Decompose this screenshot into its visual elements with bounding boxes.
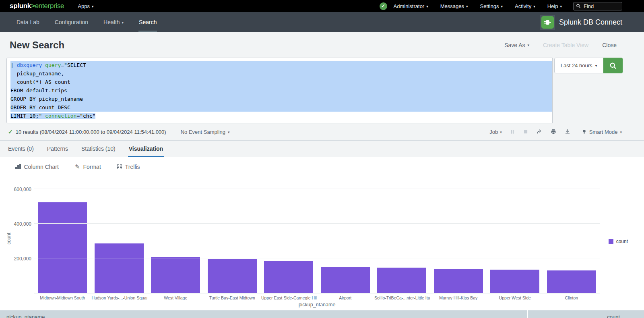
app-title-area[interactable]: Splunk DB Connect [540,12,622,32]
category-label: Upper West Side [487,295,543,300]
pause-job-button [510,129,515,135]
bar-slot [260,189,317,293]
topbar-menu-settings[interactable]: Settings▾ [480,3,503,9]
event-sampling-menu[interactable]: No Event Sampling ▾ [181,129,230,135]
chart-type-label: Column Chart [24,164,59,170]
category-label: Hudson Yards-...-Union Square [91,295,148,300]
tab-events-0[interactable]: Events (0) [8,141,34,157]
bar-hudson-yards-union-square[interactable] [95,243,144,293]
caret-down-icon: ▾ [500,131,502,134]
bar-slot [91,189,148,293]
table-header-count[interactable]: count [528,310,644,318]
legend-label: count [616,239,628,244]
topbar-menu-label: Activity [515,3,531,9]
topbar-menu-administrator[interactable]: Administrator▾ [394,3,428,9]
pause-icon [510,129,515,135]
bar-slot [543,189,600,293]
bar-murray-hill-kips-bay[interactable] [434,269,483,293]
stop-job-button [523,129,528,135]
event-sampling-label: No Event Sampling [181,129,225,135]
topbar-menu-help[interactable]: Help▾ [547,3,562,9]
caret-down-icon: ▾ [620,131,622,134]
appnav-item-data-lab[interactable]: Data Lab [9,12,47,32]
close-button[interactable]: Close [602,42,617,48]
trellis-button[interactable]: Trellis [117,164,140,170]
caret-down-icon: ▾ [426,5,428,8]
query-line: LIMIT 10;" connection="chc" [10,112,552,120]
page-header: New Search Save As ▾ Create Table View C… [0,32,644,58]
job-menu-button[interactable]: Job ▾ [489,129,502,135]
splunk-logo[interactable]: splunk>enterprise [10,2,64,10]
gridline-400000 [34,223,600,224]
chart-type-button[interactable]: Column Chart [15,164,59,170]
tab-patterns[interactable]: Patterns [47,141,68,157]
search-status-bar: ✓ 10 results (08/04/2024 11:00:00.000 to… [0,123,644,141]
apps-menu-label: Apps [78,3,90,9]
category-label: Turtle Bay-East Midtown [204,295,261,300]
save-as-button[interactable]: Save As ▾ [504,42,529,48]
apps-menu[interactable]: Apps ▾ [78,3,93,9]
topbar-menu-activity[interactable]: Activity▾ [515,3,535,9]
success-check-icon: ✓ [8,129,13,135]
bar-turtle-bay-east-midtown[interactable] [208,259,257,293]
bar-slot [317,189,374,293]
appnav-item-label: Configuration [55,19,88,25]
job-label: Job [489,129,498,135]
appnav-item-label: Search [139,19,157,25]
tab-statistics-10[interactable]: Statistics (10) [81,141,116,157]
stop-icon [523,129,528,135]
caret-down-icon: ▾ [228,131,230,134]
bar-clinton[interactable] [547,270,596,293]
tab-visualization[interactable]: Visualization [129,141,163,157]
category-label: Upper East Side-Carnegie Hill [260,295,317,300]
logo-splunk-text: splunk [10,2,31,10]
bar-upper-east-side-carnegie-hill[interactable] [264,261,313,293]
format-button[interactable]: ✎ Format [75,164,101,170]
format-label: Format [83,164,101,170]
table-header-pickup-ntaname[interactable]: pickup_ntaname [0,310,528,318]
health-status-badge[interactable]: ✓ [380,2,387,10]
bar-airport[interactable] [321,267,370,293]
bar-upper-west-side[interactable] [490,270,539,293]
query-selection: LIMIT 10;" connection="chc" [10,113,95,119]
category-label: Midtown-Midtown South [34,295,91,300]
query-token: FROM default.trips [10,87,67,94]
run-search-button[interactable] [603,58,623,73]
query-token: dbxquery [17,62,42,68]
logo-enterprise-text: enterprise [35,2,64,10]
topbar-menu-label: Administrator [394,3,425,9]
appnav-item-configuration[interactable]: Configuration [47,12,96,32]
search-mode-menu[interactable]: Smart Mode ▾ [582,129,622,135]
search-query-editor[interactable]: | dbxquery query="SELECT pickup_ntaname,… [6,58,553,123]
find-input[interactable] [583,3,619,10]
caret-down-icon: ▾ [560,5,562,8]
appnav-item-search[interactable]: Search [131,12,164,32]
bar-west-village[interactable] [151,257,200,293]
page-title: New Search [10,39,64,51]
appnav-item-label: Health [103,19,120,25]
appnav-item-label: Data Lab [17,19,39,25]
query-token: count(*) AS count [10,79,70,85]
share-job-button[interactable] [536,129,543,135]
job-controls: Job ▾ Smart Mode ▾ [489,129,622,135]
export-button[interactable] [564,129,571,135]
lightbulb-icon [582,129,587,135]
print-icon [550,129,557,135]
print-button[interactable] [550,129,557,135]
find-search-box[interactable] [573,2,622,10]
appnav-item-health[interactable]: Health▾ [96,12,131,32]
bar-midtown-midtown-south[interactable] [38,202,87,293]
category-label: SoHo-TriBeCa-...nter-Little Italy [374,295,430,300]
chart-legend[interactable]: count [609,239,628,244]
app-navigation-bar: Data LabConfigurationHealth▾Search Splun… [0,12,644,32]
bar-soho-tribeca-nter-little-italy[interactable] [377,268,426,293]
top-system-bar: splunk>enterprise Apps ▾ ✓ Administrator… [0,0,644,12]
query-token: GROUP BY pickup_ntaname [10,96,83,102]
chart-plot-area [34,189,600,293]
trellis-grid-icon [117,164,122,169]
db-connect-icon-frame [540,15,555,30]
topbar-menu-messages[interactable]: Messages▾ [440,3,468,9]
bar-slot [487,189,543,293]
time-range-picker[interactable]: Last 24 hours ▾ [554,58,603,73]
category-label: Clinton [543,295,600,300]
